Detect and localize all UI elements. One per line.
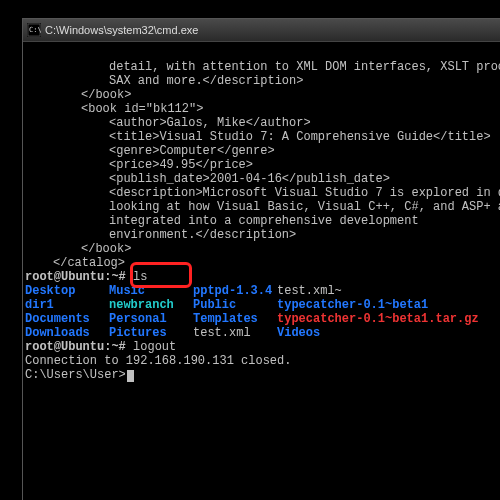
connection-closed: Connection to 192.168.190.131 closed. xyxy=(25,354,500,368)
xml-line: <price>49.95</price> xyxy=(25,158,500,172)
ls-item: Music xyxy=(109,284,193,298)
xml-line: <author>Galos, Mike</author> xyxy=(25,116,500,130)
ls-item: Downloads xyxy=(25,326,109,340)
xml-line: </catalog> xyxy=(25,256,500,270)
xml-line: environment.</description> xyxy=(25,228,500,242)
shell-prompt: root@Ubuntu:~# xyxy=(25,340,133,354)
ls-item: Desktop xyxy=(25,284,109,298)
xml-line: integrated into a comprehensive developm… xyxy=(25,214,500,228)
xml-line: </book> xyxy=(25,242,500,256)
ls-item: Public xyxy=(193,298,277,312)
cmd-icon: C:\ xyxy=(27,23,41,37)
xml-line: <description>Microsoft Visual Studio 7 i… xyxy=(25,186,500,200)
xml-line: SAX and more.</description> xyxy=(25,74,500,88)
ls-item: newbranch xyxy=(109,298,193,312)
prompt-line: root@Ubuntu:~# ls xyxy=(25,270,500,284)
cmd-ls: ls xyxy=(133,270,147,284)
ls-item: pptpd-1.3.4 xyxy=(193,284,277,298)
ls-item: test.xml~ xyxy=(277,284,500,298)
prompt-line: root@Ubuntu:~# logout xyxy=(25,340,500,354)
cmd-logout: logout xyxy=(133,340,176,354)
xml-line: looking at how Visual Basic, Visual C++,… xyxy=(25,200,500,214)
ls-item: Templates xyxy=(193,312,277,326)
ls-item: dir1 xyxy=(25,298,109,312)
xml-line: detail, with attention to XML DOM interf… xyxy=(25,60,500,74)
xml-line: </book> xyxy=(25,88,500,102)
ls-item: Documents xyxy=(25,312,109,326)
ls-item: typecatcher-0.1~beta1.tar.gz xyxy=(277,312,500,326)
xml-line: <genre>Computer</genre> xyxy=(25,144,500,158)
ls-item: Videos xyxy=(277,326,500,340)
ls-item: Pictures xyxy=(109,326,193,340)
xml-line: <publish_date>2001-04-16</publish_date> xyxy=(25,172,500,186)
cmd-window: C:\ C:\Windows\system32\cmd.exe detail, … xyxy=(22,18,500,500)
ls-item: Personal xyxy=(109,312,193,326)
xml-line: <title>Visual Studio 7: A Comprehensive … xyxy=(25,130,500,144)
ls-output: DesktopMusicpptpd-1.3.4test.xml~ dir1new… xyxy=(25,284,500,340)
cursor xyxy=(127,370,134,382)
titlebar-text: C:\Windows\system32\cmd.exe xyxy=(45,24,198,36)
win-prompt: C:\Users\User> xyxy=(25,368,126,382)
ls-item: typecatcher-0.1~beta1 xyxy=(277,298,500,312)
svg-text:C:\: C:\ xyxy=(29,26,41,34)
xml-line: <book id="bk112"> xyxy=(25,102,500,116)
shell-prompt: root@Ubuntu:~# xyxy=(25,270,133,284)
terminal-output[interactable]: detail, with attention to XML DOM interf… xyxy=(23,42,500,500)
ls-item: test.xml xyxy=(193,326,277,340)
titlebar[interactable]: C:\ C:\Windows\system32\cmd.exe xyxy=(23,19,500,42)
win-prompt-line: C:\Users\User> xyxy=(25,368,500,382)
